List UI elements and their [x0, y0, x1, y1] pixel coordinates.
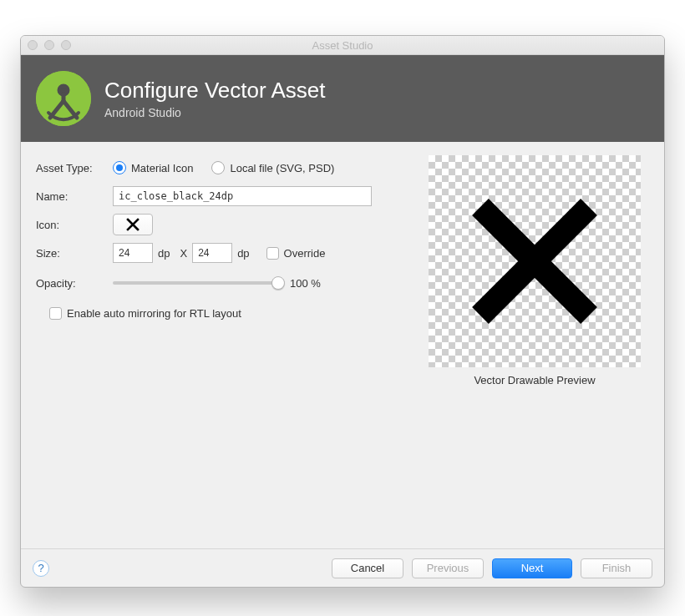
- override-label: Override: [284, 247, 326, 260]
- preview-close-icon: [455, 182, 614, 341]
- traffic-lights: [28, 40, 71, 50]
- preview-canvas: [429, 155, 641, 367]
- close-icon: [126, 218, 140, 231]
- size-separator: X: [180, 247, 187, 260]
- size-width-unit: dp: [158, 247, 170, 260]
- local-file-radio-label: Local file (SVG, PSD): [230, 162, 334, 174]
- material-icon-radio-label: Material Icon: [131, 162, 193, 174]
- opacity-slider-thumb[interactable]: [271, 276, 285, 290]
- icon-picker-button[interactable]: [113, 214, 153, 235]
- rtl-mirror-label: Enable auto mirroring for RTL layout: [67, 307, 241, 320]
- page-subtitle: Android Studio: [104, 106, 325, 119]
- page-title: Configure Vector Asset: [104, 78, 325, 104]
- preview-caption: Vector Drawable Preview: [474, 374, 595, 386]
- material-icon-radio[interactable]: [113, 161, 126, 174]
- banner: Configure Vector Asset Android Studio: [21, 55, 664, 142]
- size-height-input[interactable]: [192, 243, 232, 263]
- footer: ? Cancel Previous Next Finish: [21, 548, 664, 587]
- opacity-label: Opacity:: [36, 277, 113, 290]
- size-width-input[interactable]: [113, 243, 153, 263]
- dialog-window: Asset Studio Configure Vector Asset Andr…: [20, 35, 665, 588]
- next-button[interactable]: Next: [492, 558, 572, 578]
- window-title: Asset Studio: [312, 39, 373, 52]
- asset-type-label: Asset Type:: [36, 162, 113, 174]
- opacity-value: 100 %: [290, 277, 321, 290]
- form-panel: Asset Type: Material Icon Local file (SV…: [36, 155, 403, 386]
- finish-button[interactable]: Finish: [581, 558, 652, 578]
- preview-panel: Vector Drawable Preview: [420, 155, 649, 386]
- close-window-icon[interactable]: [28, 40, 38, 50]
- zoom-window-icon[interactable]: [61, 40, 71, 50]
- titlebar: Asset Studio: [21, 36, 664, 55]
- local-file-radio[interactable]: [211, 161, 225, 174]
- override-checkbox[interactable]: [266, 247, 279, 260]
- size-label: Size:: [36, 247, 113, 260]
- cancel-button[interactable]: Cancel: [332, 558, 403, 578]
- opacity-slider[interactable]: [113, 281, 278, 285]
- name-input[interactable]: [113, 186, 372, 206]
- previous-button[interactable]: Previous: [412, 558, 484, 578]
- name-label: Name:: [36, 190, 113, 203]
- rtl-mirror-checkbox[interactable]: [49, 307, 62, 320]
- android-studio-logo-icon: [36, 71, 91, 126]
- minimize-window-icon[interactable]: [44, 40, 54, 50]
- help-button[interactable]: ?: [33, 560, 49, 577]
- size-height-unit: dp: [237, 247, 249, 260]
- icon-label: Icon:: [36, 219, 113, 231]
